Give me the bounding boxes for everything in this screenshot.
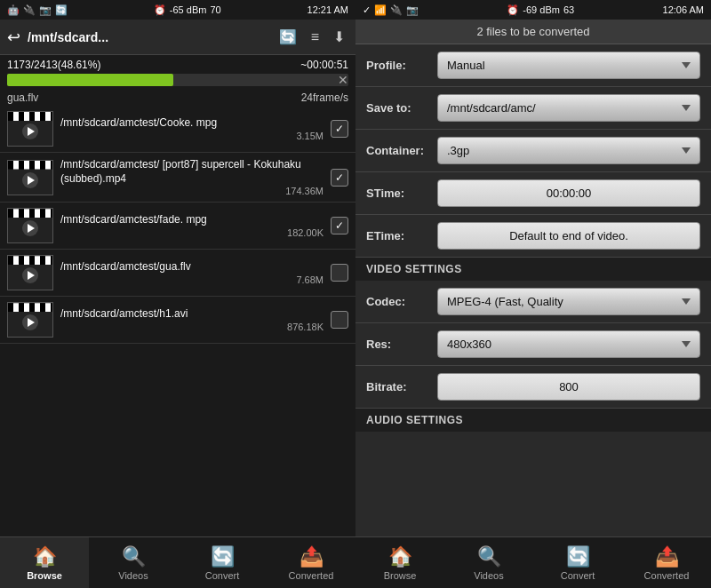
usb-icon-right: 🔌 bbox=[390, 4, 403, 16]
nav-bar-left: ↩ /mnt/sdcard... 🔄 ≡ ⬇ bbox=[0, 20, 356, 55]
nav-tab-label: Browse bbox=[384, 570, 417, 581]
dropdown-container[interactable]: .3gp bbox=[437, 137, 700, 164]
dropdown-arrow-icon bbox=[682, 341, 691, 347]
settings-scroll: Profile: Manual Save to: /mnt/sdcard/amc… bbox=[356, 44, 711, 536]
nav-tab-icon: 🔍 bbox=[122, 545, 146, 568]
file-checkbox[interactable]: ✓ bbox=[331, 217, 348, 234]
nav-tab-converted-right[interactable]: 📤 Converted bbox=[622, 537, 711, 588]
file-item[interactable]: /mnt/sdcard/amctest/ [port87] supercell … bbox=[0, 153, 356, 203]
settings-row: Bitrate: 800 bbox=[356, 366, 711, 409]
dropdown-save to[interactable]: /mnt/sdcard/amc/ bbox=[437, 94, 700, 122]
file-size: 182.00K bbox=[60, 227, 324, 238]
settings-row: Save to: /mnt/sdcard/amc/ bbox=[356, 87, 711, 130]
file-info: /mnt/sdcard/amctest/h1.avi 876.18K bbox=[60, 307, 324, 332]
video-settings-header: VIDEO SETTINGS bbox=[356, 258, 711, 281]
file-item[interactable]: /mnt/sdcard/amctest/gua.flv 7.68M bbox=[0, 250, 356, 297]
play-triangle-icon bbox=[28, 127, 35, 136]
audio-settings-header: AUDIO SETTINGS bbox=[356, 409, 711, 432]
settings-label: Bitrate: bbox=[366, 380, 437, 393]
input-field-bitrate[interactable]: 800 bbox=[437, 373, 700, 401]
nav-tab-browse[interactable]: 🏠 Browse bbox=[0, 537, 89, 588]
time-left: 12:21 AM bbox=[308, 4, 348, 15]
status-bar-right: ✓ 📶 🔌 📷 ⏰ -69 dBm 63 12:06 AM bbox=[356, 0, 711, 20]
progress-text: 1173/2413(48.61%) bbox=[7, 59, 100, 71]
dropdown-value: 480x360 bbox=[447, 338, 491, 351]
download-button[interactable]: ⬇ bbox=[330, 27, 348, 47]
nav-tab-browse-right[interactable]: 🏠 Browse bbox=[356, 537, 444, 588]
file-item[interactable]: /mnt/sdcard/amctest/h1.avi 876.18K bbox=[0, 297, 356, 344]
progress-close-icon[interactable]: ✕ bbox=[338, 74, 348, 86]
dropdown-profile[interactable]: Manual bbox=[437, 52, 700, 79]
status-icons-right: ✓ 📶 🔌 📷 bbox=[363, 4, 419, 16]
refresh-button[interactable]: 🔄 bbox=[276, 27, 300, 47]
dropdown-res[interactable]: 480x360 bbox=[437, 330, 700, 358]
settings-control: 00:00:00 bbox=[437, 179, 700, 207]
file-checkbox[interactable]: ✓ bbox=[331, 169, 348, 187]
dropdown-value: Manual bbox=[447, 59, 485, 72]
path-text: /mnt/sdcard... bbox=[28, 30, 268, 44]
nav-tab-icon: 🏠 bbox=[33, 545, 57, 568]
settings-label: STime: bbox=[366, 187, 437, 200]
input-field-stime[interactable]: 00:00:00 bbox=[437, 179, 700, 207]
battery-left: 70 bbox=[210, 4, 220, 15]
settings-row: Profile: Manual bbox=[356, 44, 711, 87]
settings-control: Manual bbox=[437, 52, 700, 79]
nav-tab-label: Convert bbox=[205, 570, 240, 581]
play-circle bbox=[22, 314, 38, 330]
nav-tab-label: Converted bbox=[644, 570, 690, 581]
file-name: /mnt/sdcard/amctest/fade. mpg bbox=[60, 213, 324, 227]
file-size: 7.68M bbox=[60, 274, 324, 285]
file-item[interactable]: /mnt/sdcard/amctest/Cooke. mpg 3.15M ✓ bbox=[0, 106, 356, 153]
settings-row: ETime: Default to end of video. bbox=[356, 215, 711, 258]
nav-tab-converted[interactable]: 📤 Converted bbox=[267, 537, 356, 588]
nav-tab-videos-right[interactable]: 🔍 Videos bbox=[444, 537, 533, 588]
settings-label: ETime: bbox=[366, 229, 437, 242]
right-panel: ✓ 📶 🔌 📷 ⏰ -69 dBm 63 12:06 AM 2 files to… bbox=[356, 0, 711, 588]
file-size: 174.36M bbox=[60, 186, 324, 196]
file-checkbox[interactable] bbox=[331, 264, 348, 282]
menu-button[interactable]: ≡ bbox=[308, 28, 323, 47]
battery-right: 63 bbox=[563, 4, 574, 15]
usb-icon: 🔌 bbox=[23, 4, 36, 16]
file-name: /mnt/sdcard/amctest/gua.flv bbox=[60, 260, 324, 274]
file-info: /mnt/sdcard/amctest/Cooke. mpg 3.15M bbox=[60, 116, 324, 141]
file-name: /mnt/sdcard/amctest/h1.avi bbox=[60, 307, 324, 322]
dropdown-value: MPEG-4 (Fast, Quality bbox=[447, 295, 563, 308]
file-thumbnail bbox=[7, 111, 53, 147]
dropdown-arrow-icon bbox=[682, 298, 691, 305]
nav-tab-label: Videos bbox=[474, 570, 503, 581]
settings-label: Container: bbox=[366, 144, 437, 157]
file-info: /mnt/sdcard/amctest/gua.flv 7.68M bbox=[60, 260, 324, 285]
file-name: /mnt/sdcard/amctest/Cooke. mpg bbox=[60, 116, 324, 131]
nav-tab-label: Convert bbox=[561, 570, 595, 581]
current-file-info: gua.flv 24frame/s bbox=[0, 90, 356, 106]
input-field-etime[interactable]: Default to end of video. bbox=[437, 222, 700, 250]
settings-control: MPEG-4 (Fast, Quality bbox=[437, 288, 700, 315]
nav-tab-videos[interactable]: 🔍 Videos bbox=[89, 537, 178, 588]
nav-tab-convert-right[interactable]: 🔄 Convert bbox=[533, 537, 622, 588]
nav-tab-convert[interactable]: 🔄 Convert bbox=[178, 537, 267, 588]
settings-control: /mnt/sdcard/amc/ bbox=[437, 94, 700, 122]
back-button[interactable]: ↩ bbox=[7, 28, 20, 47]
play-circle bbox=[22, 123, 38, 139]
settings-label: Res: bbox=[366, 338, 437, 351]
file-thumbnail bbox=[7, 160, 53, 195]
signal-left: -65 dBm bbox=[170, 4, 207, 15]
file-checkbox[interactable]: ✓ bbox=[331, 120, 348, 138]
nav-tab-icon: 🏠 bbox=[388, 545, 412, 568]
nav-tab-icon: 🔄 bbox=[211, 545, 235, 568]
file-thumbnail bbox=[7, 255, 53, 290]
dropdown-codec[interactable]: MPEG-4 (Fast, Quality bbox=[437, 288, 700, 315]
dropdown-value: .3gp bbox=[447, 144, 469, 157]
file-checkbox[interactable] bbox=[331, 311, 348, 329]
file-info: /mnt/sdcard/amctest/ [port87] supercell … bbox=[60, 158, 324, 196]
signal-right: -69 dBm bbox=[523, 4, 560, 15]
status-center-right: ⏰ -69 dBm 63 bbox=[507, 4, 574, 16]
dropdown-arrow-icon bbox=[682, 105, 691, 111]
files-to-convert-bar: 2 files to be converted bbox=[356, 20, 711, 44]
settings-row: Codec: MPEG-4 (Fast, Quality bbox=[356, 281, 711, 323]
file-item[interactable]: /mnt/sdcard/amctest/fade. mpg 182.00K ✓ bbox=[0, 203, 356, 250]
play-triangle-icon bbox=[28, 318, 35, 327]
bottom-nav-left: 🏠 Browse 🔍 Videos 🔄 Convert 📤 Converted bbox=[0, 536, 356, 588]
progress-fill bbox=[7, 74, 173, 86]
